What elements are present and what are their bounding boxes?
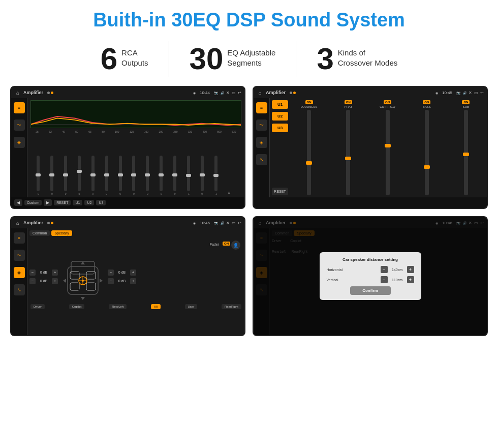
fader-sidebar-speaker-icon[interactable]: ◈ (14, 267, 25, 278)
horizontal-value: 140cm (389, 268, 406, 272)
fader-minus-4[interactable]: − (108, 278, 114, 284)
sub-slider[interactable] (464, 110, 468, 195)
u3-preset-btn[interactable]: U3 (272, 124, 288, 132)
amp-sidebar-speaker-icon[interactable]: ◈ (256, 137, 267, 148)
amp-reset-btn[interactable]: RESET (272, 188, 288, 195)
amp-title: Amplifier (266, 90, 286, 95)
fader-db-val-1: 0 dB (37, 271, 50, 274)
eq-sliders: 0 0 0 5 0 (30, 135, 241, 195)
fader-bottom-btns: Driver Copilot RearLeft All User RearRig… (29, 302, 242, 309)
fader-sidebar-eq-icon[interactable]: ≡ (14, 232, 25, 244)
amp-sidebar-wave-icon[interactable]: 〜 (256, 120, 267, 131)
driver-btn[interactable]: Driver (30, 304, 45, 309)
user-btn[interactable]: User (185, 304, 198, 309)
fader-close-icon[interactable] (226, 221, 230, 225)
fader-content: ≡ 〜 ◈ ⤡ Common Specialty Fader ON 👤 (11, 228, 244, 335)
cutfreq-label: CUT FREQ (380, 105, 395, 108)
phat-on[interactable]: ON (345, 100, 352, 104)
sidebar-speaker-icon[interactable]: ◈ (14, 137, 25, 148)
fader-home-icon[interactable] (14, 219, 21, 226)
fader-dot2 (51, 222, 53, 224)
amp-content: ≡ 〜 ◈ ⤡ U1 U2 U3 RESET ON LOUDNESS (254, 98, 487, 197)
confirm-button[interactable]: Confirm (350, 286, 391, 295)
home-icon[interactable] (14, 89, 21, 96)
u2-preset-btn[interactable]: U2 (272, 112, 288, 121)
fader-window-icon[interactable] (232, 221, 236, 225)
slider-8: 0 (132, 156, 135, 195)
fader-back-icon[interactable] (238, 221, 241, 225)
dialog-title: Car speaker distance setting (327, 257, 414, 262)
amp-home-icon[interactable] (257, 89, 264, 96)
slider-3: 0 (64, 156, 67, 195)
horizontal-controls: − 140cm + (381, 266, 414, 273)
eq-graph (30, 100, 241, 128)
sub-on[interactable]: ON (462, 100, 470, 104)
amp-window-icon[interactable] (474, 91, 478, 95)
reset-btn[interactable]: RESET (54, 200, 71, 205)
fader-plus-3[interactable]: + (130, 270, 136, 276)
rear-right-btn[interactable]: RearRight (222, 304, 241, 309)
back-icon[interactable] (238, 91, 241, 95)
vertical-minus-btn[interactable]: − (381, 276, 388, 283)
cutfreq-slider[interactable] (386, 110, 390, 195)
phat-slider[interactable] (346, 110, 350, 195)
loudness-slider[interactable] (307, 110, 311, 195)
u2-btn[interactable]: U2 (84, 200, 94, 205)
u3-btn[interactable]: U3 (96, 200, 106, 205)
fader-sidebar-expand-icon[interactable]: ⤡ (14, 284, 25, 295)
custom-btn[interactable]: Custom (24, 200, 42, 205)
common-tab[interactable]: Common (29, 230, 50, 236)
u1-btn[interactable]: U1 (73, 200, 82, 205)
fader-plus-1[interactable]: + (52, 270, 58, 276)
fader-title: Amplifier (23, 220, 43, 225)
bass-slider[interactable] (425, 110, 429, 195)
horizontal-minus-btn[interactable]: − (381, 266, 388, 273)
cutfreq-on[interactable]: ON (384, 100, 391, 104)
svg-rect-6 (86, 283, 96, 290)
sidebar-wave-icon[interactable]: 〜 (14, 120, 25, 131)
fader-left-dbs: − 0 dB + − 0 dB + (29, 270, 58, 284)
fader-minus-2[interactable]: − (29, 278, 36, 284)
amp-back-icon[interactable] (480, 91, 484, 95)
fader-sidebar-wave-icon[interactable]: 〜 (14, 250, 25, 261)
amp-sidebar-expand-icon[interactable]: ⤡ (256, 154, 267, 165)
dialog-vertical-row: Vertical − 110cm + (327, 276, 414, 283)
fader-dot1 (47, 222, 50, 224)
vertical-value: 110cm (389, 278, 406, 282)
bass-on[interactable]: ON (423, 100, 430, 104)
more-icon[interactable]: » (228, 190, 235, 195)
fader-plus-2[interactable]: + (52, 278, 58, 284)
loudness-on[interactable]: ON (305, 100, 313, 104)
amp-dot2 (293, 92, 296, 94)
window-icon[interactable] (232, 91, 236, 95)
dialog-overlay: Car speaker distance setting Horizontal … (254, 217, 487, 335)
u1-preset-btn[interactable]: U1 (272, 100, 288, 109)
amp-controls: ON LOUDNESS ON PHAT ON (290, 100, 485, 195)
sidebar-eq-icon[interactable]: ≡ (14, 102, 25, 113)
all-btn[interactable]: All (151, 304, 161, 309)
vertical-plus-btn[interactable]: + (407, 276, 414, 283)
slider-13: 0 (201, 156, 204, 195)
amp-close-icon[interactable] (469, 91, 472, 95)
horizontal-plus-btn[interactable]: + (407, 266, 414, 273)
copilot-btn[interactable]: Copilot (69, 304, 85, 309)
amp-sidebar-eq-icon[interactable]: ≡ (256, 102, 267, 113)
fader-on-badge[interactable]: ON (223, 242, 230, 246)
fader-dots (47, 222, 191, 224)
fader-plus-4[interactable]: + (130, 278, 136, 284)
fader-db-row-4: − 0 dB + (108, 278, 136, 284)
slider-2: 0 (50, 156, 53, 195)
fader-person-icon[interactable]: 👤 (231, 241, 240, 250)
eq-bottom-bar: ◀ Custom ▶ RESET U1 U2 U3 (11, 197, 244, 208)
fader-minus-1[interactable]: − (29, 270, 36, 276)
next-btn[interactable]: ▶ (44, 199, 52, 206)
fader-right-dbs: − 0 dB + − 0 dB + (108, 270, 136, 284)
rear-left-btn[interactable]: RearLeft (109, 304, 127, 309)
horizontal-label: Horizontal (327, 268, 355, 272)
close-icon[interactable] (226, 91, 230, 95)
stat-number-crossover: 3 (317, 44, 333, 74)
specialty-tab[interactable]: Specialty (51, 230, 72, 236)
fader-time: 10:46 (200, 221, 210, 225)
prev-btn[interactable]: ◀ (14, 199, 22, 206)
fader-minus-3[interactable]: − (108, 270, 114, 276)
